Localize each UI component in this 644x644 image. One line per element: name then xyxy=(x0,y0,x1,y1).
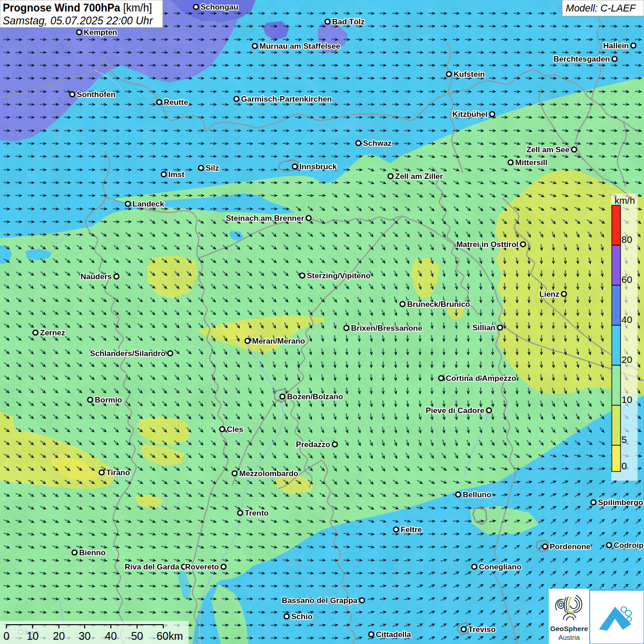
svg-text:Kitzbühel: Kitzbühel xyxy=(453,110,488,119)
svg-text:Riva del Garda: Riva del Garda xyxy=(125,563,180,571)
svg-text:Innsbruck: Innsbruck xyxy=(299,162,337,171)
svg-text:Bad Tölz: Bad Tölz xyxy=(332,17,365,26)
svg-text:Conegliano: Conegliano xyxy=(479,563,522,571)
svg-text:5: 5 xyxy=(621,434,627,445)
svg-text:Murnau am Staffelsee: Murnau am Staffelsee xyxy=(259,42,340,51)
svg-text:Feltre: Feltre xyxy=(401,525,422,534)
svg-text:Tirano: Tirano xyxy=(106,468,130,477)
svg-text:Lienz: Lienz xyxy=(540,290,559,299)
svg-text:Hallein: Hallein xyxy=(603,41,629,50)
svg-text:Rovereto: Rovereto xyxy=(185,563,219,571)
svg-text:Codroipo: Codroipo xyxy=(614,541,644,550)
svg-text:Mezzolombardo: Mezzolombardo xyxy=(239,469,298,478)
svg-text:0: 0 xyxy=(621,460,627,471)
svg-text:Schongau: Schongau xyxy=(201,3,238,12)
svg-text:Zell am Ziller: Zell am Ziller xyxy=(395,172,443,181)
svg-text:10: 10 xyxy=(621,394,632,405)
svg-text:Sonthofen: Sonthofen xyxy=(77,90,115,99)
svg-text:40: 40 xyxy=(621,314,632,325)
svg-text:Steinach am Brenner: Steinach am Brenner xyxy=(226,214,304,223)
svg-text:Schlanders/Silandro: Schlanders/Silandro xyxy=(90,349,166,358)
svg-text:Treviso: Treviso xyxy=(468,625,496,634)
svg-text:Pieve di Cadore: Pieve di Cadore xyxy=(426,406,484,415)
svg-text:20: 20 xyxy=(621,354,632,365)
svg-text:Modell: C-LAEF: Modell: C-LAEF xyxy=(566,3,637,14)
svg-text:Spilimbergo: Spilimbergo xyxy=(598,498,643,507)
svg-text:Kempten: Kempten xyxy=(84,28,117,37)
svg-text:GeoSphere: GeoSphere xyxy=(550,625,588,632)
svg-text:20: 20 xyxy=(53,630,65,642)
svg-text:Bormio: Bormio xyxy=(95,396,122,404)
svg-text:Meran/Merano: Meran/Merano xyxy=(252,337,305,345)
svg-text:Cittadella: Cittadella xyxy=(376,630,411,639)
svg-text:Cles: Cles xyxy=(227,425,243,434)
svg-text:Belluno: Belluno xyxy=(463,490,491,499)
svg-text:Zell am See: Zell am See xyxy=(526,145,569,154)
svg-text:Mittersill: Mittersill xyxy=(515,158,547,167)
svg-text:30: 30 xyxy=(79,630,91,642)
svg-text:Pordenone: Pordenone xyxy=(550,542,591,551)
svg-text:Matrei in Osttirol: Matrei in Osttirol xyxy=(456,240,518,249)
svg-text:Bassano del Grappa: Bassano del Grappa xyxy=(282,596,358,605)
svg-text:Predazzo: Predazzo xyxy=(296,440,330,449)
svg-text:Schwaz: Schwaz xyxy=(363,139,391,148)
svg-text:Bruneck/Brunico: Bruneck/Brunico xyxy=(407,300,470,309)
svg-text:Sterzing/Vipiteno: Sterzing/Vipiteno xyxy=(307,271,371,280)
svg-text:Austria: Austria xyxy=(558,633,580,641)
svg-text:60: 60 xyxy=(621,274,632,285)
svg-text:Garmisch-Partenkirchen: Garmisch-Partenkirchen xyxy=(241,95,332,104)
svg-text:50: 50 xyxy=(131,630,143,642)
svg-text:10: 10 xyxy=(27,630,39,642)
svg-text:Bozen/Bolzano: Bozen/Bolzano xyxy=(287,392,343,401)
svg-text:km/h: km/h xyxy=(615,195,635,206)
svg-text:Prognose Wind 700hPa [km/h]: Prognose Wind 700hPa [km/h] xyxy=(3,2,152,14)
svg-text:Zernez: Zernez xyxy=(40,328,65,337)
svg-text:40: 40 xyxy=(105,630,117,642)
svg-text:Nauders: Nauders xyxy=(80,272,112,281)
svg-text:Imst: Imst xyxy=(168,170,184,179)
svg-text:Cortina d'Ampezzo: Cortina d'Ampezzo xyxy=(446,374,516,383)
svg-text:Brixen/Bressanone: Brixen/Bressanone xyxy=(351,324,422,333)
svg-text:Reutte: Reutte xyxy=(164,98,188,107)
svg-text:Silz: Silz xyxy=(206,164,219,172)
svg-text:80: 80 xyxy=(621,234,632,245)
svg-text:0: 0 xyxy=(3,630,9,642)
svg-text:Sillian: Sillian xyxy=(472,323,495,332)
svg-text:Schio: Schio xyxy=(291,612,312,621)
svg-text:Bienno: Bienno xyxy=(79,548,106,557)
svg-text:60km: 60km xyxy=(156,630,183,642)
svg-text:Landeck: Landeck xyxy=(132,200,165,208)
svg-text:Trento: Trento xyxy=(245,509,269,518)
svg-text:Samstag, 05.07.2025 22:00 Uhr: Samstag, 05.07.2025 22:00 Uhr xyxy=(3,15,153,27)
svg-text:Berchtesgaden: Berchtesgaden xyxy=(553,55,610,63)
svg-text:Kufstein: Kufstein xyxy=(454,70,485,79)
